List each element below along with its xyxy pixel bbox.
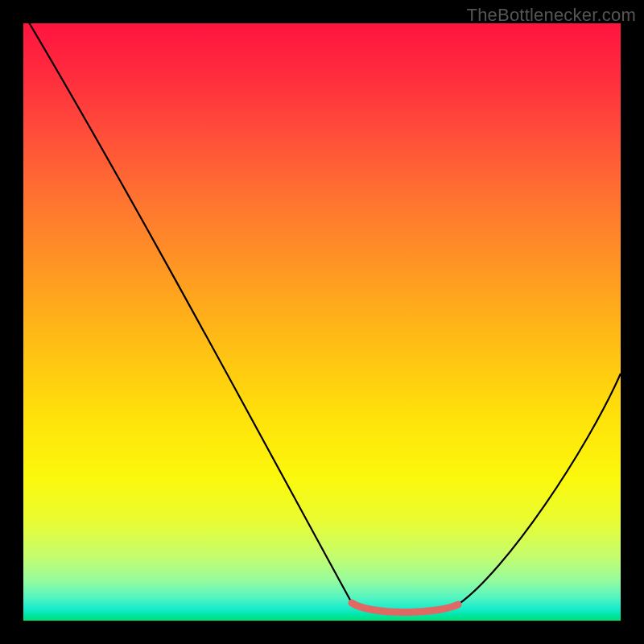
optimal-zone-highlight <box>352 603 458 613</box>
chart-plot-area <box>23 23 621 621</box>
chart-svg <box>23 23 621 621</box>
bottleneck-curve <box>27 23 621 613</box>
watermark-text: TheBottlenecker.com <box>467 5 636 26</box>
